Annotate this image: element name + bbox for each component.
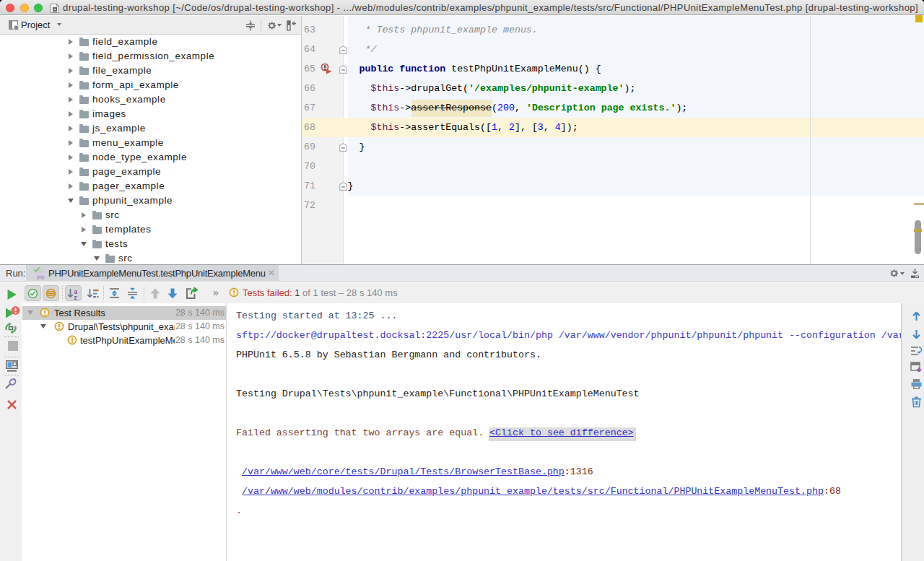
svg-text:php: php [37,274,45,280]
svg-text:z: z [74,294,77,300]
